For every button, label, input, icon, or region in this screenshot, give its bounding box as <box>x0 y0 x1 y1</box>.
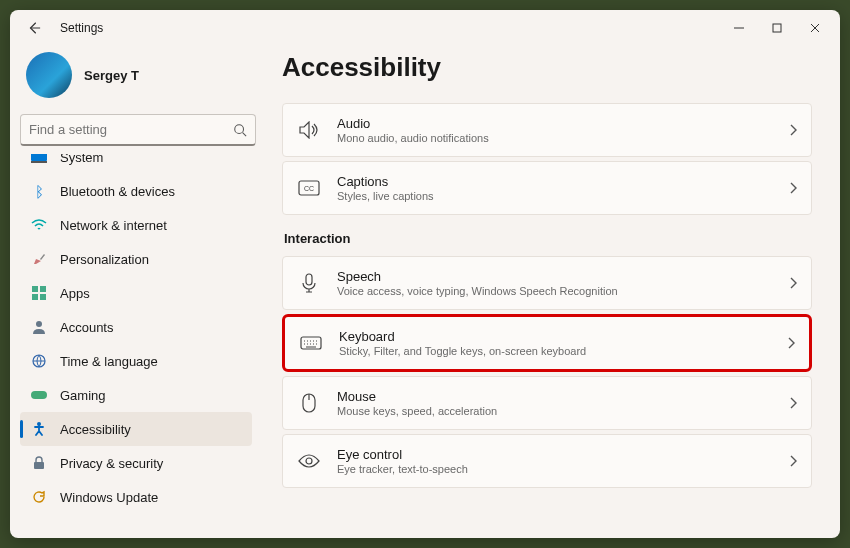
nav-label: System <box>60 154 103 165</box>
search-icon <box>233 123 247 137</box>
card-sub: Eye tracker, text-to-speech <box>337 463 773 475</box>
minimize-button[interactable] <box>720 14 758 42</box>
sidebar-item-network[interactable]: Network & internet <box>20 208 252 242</box>
update-icon <box>30 488 48 506</box>
sidebar-item-privacy[interactable]: Privacy & security <box>20 446 252 480</box>
wifi-icon <box>30 216 48 234</box>
card-title: Captions <box>337 174 773 189</box>
mouse-icon <box>297 391 321 415</box>
system-icon <box>30 154 48 166</box>
globe-icon <box>30 352 48 370</box>
svg-rect-12 <box>34 462 44 469</box>
sidebar-item-gaming[interactable]: Gaming <box>20 378 252 412</box>
accessibility-icon <box>30 420 48 438</box>
nav-label: Windows Update <box>60 490 158 505</box>
svg-rect-10 <box>31 391 47 399</box>
svg-rect-2 <box>31 154 47 161</box>
card-keyboard[interactable]: KeyboardSticky, Filter, and Toggle keys,… <box>282 314 812 372</box>
sidebar-item-accounts[interactable]: Accounts <box>20 310 252 344</box>
main-panel: Accessibility AudioMono audio, audio not… <box>266 46 840 538</box>
minimize-icon <box>734 23 744 33</box>
content-area: Sergey T System ᛒ Bluetooth & devices Ne… <box>10 46 840 538</box>
close-icon <box>810 23 820 33</box>
sidebar-item-update[interactable]: Windows Update <box>20 480 252 514</box>
nav-label: Bluetooth & devices <box>60 184 175 199</box>
nav-label: Accessibility <box>60 422 131 437</box>
nav-label: Gaming <box>60 388 106 403</box>
card-sub: Styles, live captions <box>337 190 773 202</box>
profile[interactable]: Sergey T <box>20 46 256 114</box>
svg-rect-7 <box>40 294 46 300</box>
audio-icon <box>297 118 321 142</box>
mic-icon <box>297 271 321 295</box>
search-input[interactable] <box>29 122 233 137</box>
card-eye[interactable]: Eye controlEye tracker, text-to-speech <box>282 434 812 488</box>
svg-rect-6 <box>32 294 38 300</box>
nav-label: Personalization <box>60 252 149 267</box>
sidebar-item-time[interactable]: Time & language <box>20 344 252 378</box>
chevron-right-icon <box>789 124 797 136</box>
captions-icon: CC <box>297 176 321 200</box>
sidebar-item-system[interactable]: System <box>20 154 252 174</box>
card-title: Mouse <box>337 389 773 404</box>
card-captions[interactable]: CC CaptionsStyles, live captions <box>282 161 812 215</box>
settings-window: Settings Sergey T System <box>10 10 840 538</box>
nav-label: Apps <box>60 286 90 301</box>
back-button[interactable] <box>22 16 46 40</box>
arrow-left-icon <box>27 21 41 35</box>
svg-rect-4 <box>32 286 38 292</box>
close-button[interactable] <box>796 14 834 42</box>
apps-icon <box>30 284 48 302</box>
search-box[interactable] <box>20 114 256 146</box>
card-audio[interactable]: AudioMono audio, audio notifications <box>282 103 812 157</box>
chevron-right-icon <box>789 182 797 194</box>
nav-label: Time & language <box>60 354 158 369</box>
person-icon <box>30 318 48 336</box>
card-title: Audio <box>337 116 773 131</box>
profile-name: Sergey T <box>84 68 139 83</box>
svg-point-8 <box>36 321 42 327</box>
svg-rect-0 <box>773 24 781 32</box>
titlebar: Settings <box>10 10 840 46</box>
chevron-right-icon <box>789 277 797 289</box>
maximize-button[interactable] <box>758 14 796 42</box>
eye-icon <box>297 449 321 473</box>
card-sub: Voice access, voice typing, Windows Spee… <box>337 285 773 297</box>
chevron-right-icon <box>789 397 797 409</box>
window-title: Settings <box>60 21 103 35</box>
sidebar: Sergey T System ᛒ Bluetooth & devices Ne… <box>10 46 266 538</box>
card-sub: Mouse keys, speed, acceleration <box>337 405 773 417</box>
svg-rect-3 <box>31 161 47 163</box>
svg-point-18 <box>306 458 312 464</box>
sidebar-item-personalization[interactable]: Personalization <box>20 242 252 276</box>
nav-label: Accounts <box>60 320 113 335</box>
game-icon <box>30 386 48 404</box>
svg-text:CC: CC <box>304 185 314 192</box>
maximize-icon <box>772 23 782 33</box>
card-sub: Sticky, Filter, and Toggle keys, on-scre… <box>339 345 771 357</box>
keyboard-icon <box>299 331 323 355</box>
lock-icon <box>30 454 48 472</box>
nav-label: Network & internet <box>60 218 167 233</box>
svg-rect-15 <box>306 274 312 285</box>
page-title: Accessibility <box>282 52 812 83</box>
sidebar-item-accessibility[interactable]: Accessibility <box>20 412 252 446</box>
svg-point-1 <box>235 124 244 133</box>
chevron-right-icon <box>789 455 797 467</box>
card-mouse[interactable]: MouseMouse keys, speed, acceleration <box>282 376 812 430</box>
bluetooth-icon: ᛒ <box>30 182 48 200</box>
chevron-right-icon <box>787 337 795 349</box>
section-interaction: Interaction <box>284 231 812 246</box>
avatar <box>26 52 72 98</box>
sidebar-item-bluetooth[interactable]: ᛒ Bluetooth & devices <box>20 174 252 208</box>
nav-list[interactable]: System ᛒ Bluetooth & devices Network & i… <box>20 154 256 528</box>
card-speech[interactable]: SpeechVoice access, voice typing, Window… <box>282 256 812 310</box>
nav-label: Privacy & security <box>60 456 163 471</box>
card-title: Eye control <box>337 447 773 462</box>
card-title: Keyboard <box>339 329 771 344</box>
svg-rect-5 <box>40 286 46 292</box>
brush-icon <box>30 250 48 268</box>
sidebar-item-apps[interactable]: Apps <box>20 276 252 310</box>
card-title: Speech <box>337 269 773 284</box>
card-sub: Mono audio, audio notifications <box>337 132 773 144</box>
